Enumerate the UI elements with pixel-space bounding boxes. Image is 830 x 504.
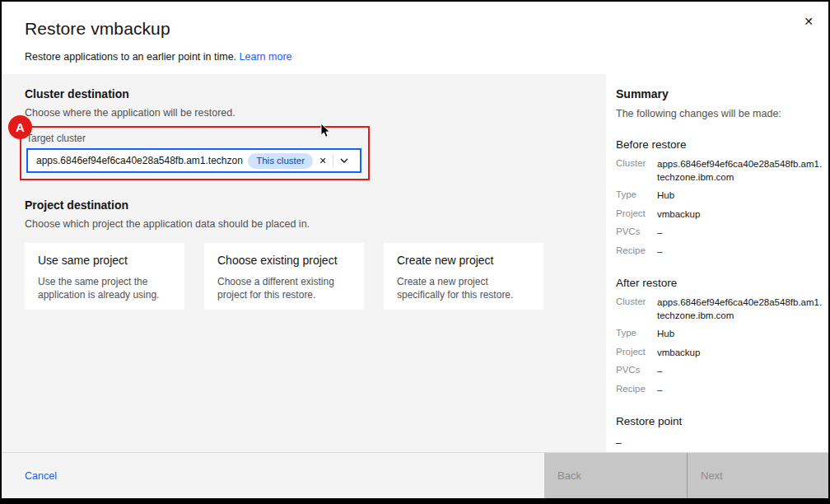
kv-value: vmbackup [657, 208, 823, 222]
kv-value: – [657, 226, 823, 240]
cancel-button[interactable]: Cancel [25, 470, 57, 482]
after-restore-details: Cluster apps.6846ef94ef6ca40e28a548fb.am… [616, 296, 823, 396]
modal-subtitle: Restore applications to an earlier point… [25, 51, 789, 63]
modal-footer: Cancel Back Next [2, 452, 828, 498]
target-cluster-value: apps.6846ef94ef6ca40e28a548fb.am1.techzo… [36, 155, 243, 166]
card-description: Create a new project specifically for th… [397, 275, 530, 301]
kv-value: apps.6846ef94ef6ca40e28a548fb.am1.techzo… [657, 296, 823, 322]
summary-description: The following changes will be made: [616, 108, 823, 119]
modal-header: Restore vmbackup Restore applications to… [2, 2, 828, 74]
modal-body: Cluster destination Choose where the app… [2, 74, 828, 452]
main-pane: Cluster destination Choose where the app… [2, 74, 606, 452]
kv-value: – [657, 384, 823, 397]
card-title: Choose existing project [217, 254, 351, 267]
card-description: Choose a different existing project for … [217, 275, 351, 301]
after-restore-heading: After restore [616, 277, 823, 289]
back-button[interactable]: Back [544, 453, 687, 498]
kv-value: apps.6846ef94ef6ca40e28a548fb.am1.techzo… [657, 158, 823, 184]
summary-heading: Summary [616, 87, 823, 100]
summary-panel: Summary The following changes will be ma… [606, 74, 828, 452]
project-option-cards: Use same project Use the same project th… [25, 243, 583, 310]
cluster-destination-description: Choose where the application will be res… [25, 107, 583, 119]
chevron-down-icon[interactable] [333, 151, 355, 170]
target-cluster-combobox[interactable]: apps.6846ef94ef6ca40e28a548fb.am1.techzo… [26, 148, 361, 173]
restore-modal-screen: Restore vmbackup Restore applications to… [0, 0, 830, 504]
subtitle-text: Restore applications to an earlier point… [25, 51, 236, 63]
kv-label: Project [616, 347, 650, 360]
kv-value: Hub [657, 328, 823, 341]
kv-label: Cluster [616, 296, 650, 322]
cancel-area: Cancel [2, 453, 544, 498]
kv-value: – [657, 365, 823, 378]
kv-label: PVCs [616, 226, 650, 240]
before-restore-heading: Before restore [616, 138, 823, 151]
create-new-project-card[interactable]: Create new project Create a new project … [384, 243, 543, 310]
before-restore-details: Cluster apps.6846ef94ef6ca40e28a548fb.am… [616, 158, 823, 258]
annotation-highlight-box: A Target cluster apps.6846ef94ef6ca40e28… [20, 126, 370, 180]
target-cluster-label: Target cluster [26, 133, 360, 144]
cluster-destination-heading: Cluster destination [25, 87, 583, 100]
restore-vmbackup-modal: Restore vmbackup Restore applications to… [2, 2, 828, 498]
project-destination-heading: Project destination [25, 198, 583, 212]
kv-label: Type [616, 189, 650, 203]
kv-label: Type [616, 328, 650, 341]
project-destination-description: Choose which project the application dat… [25, 218, 583, 230]
card-title: Use same project [38, 254, 171, 267]
restore-point-heading: Restore point [616, 415, 823, 427]
choose-existing-project-card[interactable]: Choose existing project Choose a differe… [204, 243, 364, 310]
card-title: Create new project [397, 254, 530, 267]
kv-label: PVCs [616, 365, 650, 378]
clear-selection-icon[interactable]: ✕ [313, 151, 333, 170]
restore-point-value: – [616, 437, 823, 449]
page-title: Restore vmbackup [25, 19, 789, 39]
this-cluster-tag: This cluster [248, 153, 313, 169]
kv-value: Hub [657, 189, 823, 203]
kv-value: vmbackup [657, 347, 823, 360]
close-icon[interactable]: ✕ [795, 8, 822, 35]
kv-label: Cluster [616, 158, 650, 184]
learn-more-link[interactable]: Learn more [240, 51, 292, 63]
card-description: Use the same project the application is … [38, 275, 171, 301]
kv-label: Recipe [616, 245, 650, 259]
next-button[interactable]: Next [687, 453, 828, 498]
annotation-badge-a: A [8, 115, 32, 139]
kv-label: Project [616, 208, 650, 222]
project-destination-section: Project destination Choose which project… [25, 198, 583, 310]
use-same-project-card[interactable]: Use same project Use the same project th… [25, 243, 184, 310]
kv-value: – [657, 245, 823, 259]
kv-label: Recipe [616, 384, 650, 397]
